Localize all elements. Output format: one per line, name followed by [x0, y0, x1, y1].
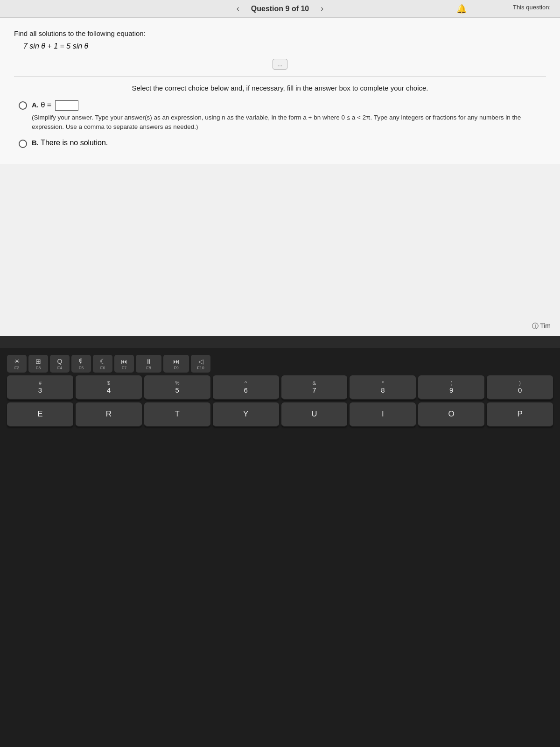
prev-question-button[interactable]: ‹ [237, 4, 239, 14]
next-question-button[interactable]: › [321, 4, 323, 14]
brightness-icon: ☀ [14, 358, 20, 365]
f6-key[interactable]: ☾ F6 [93, 355, 112, 373]
option-b-radio[interactable] [19, 140, 27, 148]
key-r[interactable]: R [76, 402, 142, 427]
key-t[interactable]: T [144, 402, 210, 427]
f6-label: F6 [100, 366, 105, 370]
brightness-key[interactable]: ☀ F2 [7, 355, 27, 373]
radio-options: A. θ = (Simplify your answer. Type your … [14, 100, 546, 148]
quiz-content: Find all solutions to the following equa… [0, 18, 560, 164]
key-8[interactable]: * 8 [350, 375, 416, 400]
fast-forward-icon: ⏭ [173, 358, 180, 365]
more-options-button[interactable]: ... [273, 59, 288, 70]
key-o[interactable]: O [418, 402, 484, 427]
top-right-info: This question: [513, 4, 551, 11]
key-7[interactable]: & 7 [281, 375, 348, 400]
f8-label: F8 [146, 366, 151, 370]
key-3-top: # [39, 381, 42, 386]
option-a-answer-box[interactable] [55, 100, 78, 111]
key-7-top: & [313, 381, 316, 386]
laptop-bezel [0, 336, 560, 348]
f10-label: F10 [197, 366, 204, 370]
key-3-bottom: 3 [38, 387, 42, 394]
letter-row-1: E R T Y U I O P [5, 402, 555, 427]
option-a-label: A. [32, 101, 39, 109]
num-row: # 3 $ 4 % 5 ^ 6 & 7 * 8 ( 9 ) 0 [5, 375, 555, 400]
back-icon: ◁ [198, 358, 203, 365]
mission-control-icon: ⊞ [35, 358, 41, 365]
quiz-container: ‹ Question 9 of 10 › 🔔 This question: Fi… [0, 0, 560, 336]
divider [14, 77, 546, 77]
key-7-bottom: 7 [312, 387, 316, 394]
key-5[interactable]: % 5 [144, 375, 210, 400]
key-8-bottom: 8 [381, 387, 385, 394]
key-0-top: ) [519, 381, 521, 386]
timer-icon: ⓘ [532, 322, 539, 330]
f2-label: F2 [14, 366, 20, 370]
key-5-bottom: 5 [175, 387, 179, 394]
option-b-content: B. There is no solution. [32, 139, 541, 147]
f3-key[interactable]: ⊞ F3 [28, 355, 48, 373]
rewind-icon: ⏮ [121, 358, 127, 365]
simplify-instruction: (Simplify your answer. Type your answer(… [32, 113, 541, 132]
key-3[interactable]: # 3 [7, 375, 73, 400]
equation-section: Find all solutions to the following equa… [14, 29, 546, 50]
moon-icon: ☾ [100, 358, 106, 365]
key-4[interactable]: $ 4 [76, 375, 142, 400]
f8-key[interactable]: ⏸ F8 [136, 355, 161, 373]
key-y[interactable]: Y [213, 402, 279, 427]
f9-key[interactable]: ⏭ F9 [163, 355, 189, 373]
f3-label: F3 [36, 366, 41, 370]
key-8-top: * [382, 381, 384, 386]
mic-icon: 🎙 [78, 358, 84, 365]
key-4-top: $ [107, 381, 110, 386]
option-a-radio[interactable] [19, 101, 27, 110]
f10-key[interactable]: ◁ F10 [191, 355, 210, 373]
key-4-bottom: 4 [107, 387, 111, 394]
option-b-row: B. There is no solution. [19, 139, 541, 148]
key-0-bottom: 0 [518, 387, 522, 394]
key-p[interactable]: P [487, 402, 553, 427]
key-9[interactable]: ( 9 [418, 375, 484, 400]
key-i[interactable]: I [350, 402, 416, 427]
key-5-top: % [175, 381, 180, 386]
key-u[interactable]: U [281, 402, 348, 427]
key-0[interactable]: ) 0 [487, 375, 553, 400]
select-instruction: Select the correct choice below and, if … [14, 84, 546, 92]
question-indicator: Question 9 of 10 [251, 5, 309, 13]
f7-key[interactable]: ⏮ F7 [114, 355, 134, 373]
f4-label: F4 [57, 366, 63, 370]
search-icon: Q [57, 358, 63, 365]
option-a-row: A. θ = (Simplify your answer. Type your … [19, 100, 541, 132]
find-solutions-text: Find all solutions to the following equa… [14, 29, 546, 37]
key-6-top: ^ [245, 381, 247, 386]
option-b-label: B. [32, 139, 39, 147]
equation: 7 sin θ + 1 = 5 sin θ [23, 42, 546, 50]
bell-icon: 🔔 [456, 4, 467, 14]
key-9-top: ( [450, 381, 452, 386]
f7-label: F7 [122, 366, 127, 370]
option-a-theta: θ = [41, 101, 51, 109]
f5-key[interactable]: 🎙 F5 [71, 355, 91, 373]
key-6[interactable]: ^ 6 [213, 375, 279, 400]
f9-label: F9 [174, 366, 179, 370]
play-pause-icon: ⏸ [146, 358, 152, 365]
timer-area: ⓘ Tim [532, 322, 551, 331]
key-9-bottom: 9 [449, 387, 453, 394]
option-a-content: A. θ = (Simplify your answer. Type your … [32, 100, 541, 132]
top-bar: ‹ Question 9 of 10 › 🔔 This question: [0, 0, 560, 18]
keyboard-area: ☀ F2 ⊞ F3 Q F4 🎙 F5 ☾ F6 ⏮ F7 ⏸ F8 ⏭ F9 [0, 348, 560, 747]
timer-label: Tim [540, 322, 551, 330]
fn-row: ☀ F2 ⊞ F3 Q F4 🎙 F5 ☾ F6 ⏮ F7 ⏸ F8 ⏭ F9 [5, 355, 555, 373]
key-6-bottom: 6 [244, 387, 247, 394]
f5-label: F5 [79, 366, 84, 370]
key-e[interactable]: E [7, 402, 73, 427]
option-b-text: There is no solution. [41, 139, 108, 147]
more-options-area: ... [14, 59, 546, 70]
f4-key[interactable]: Q F4 [50, 355, 70, 373]
